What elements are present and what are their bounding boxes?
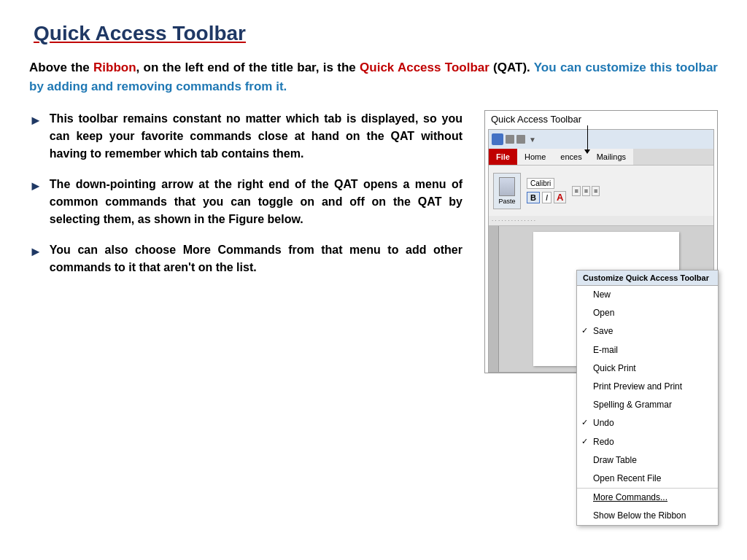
qat-dropdown-arrow[interactable]: ▼ bbox=[529, 136, 536, 144]
ribbon-content: Paste Calibri B I A ≡ ≡ ≡ bbox=[489, 165, 713, 216]
font-format-row: B I A bbox=[527, 191, 566, 203]
bullet-list: ► This toolbar remains constant no matte… bbox=[29, 110, 462, 289]
paragraph-group: ≡ ≡ ≡ bbox=[572, 186, 600, 196]
page-title: Quick Access Toolbar bbox=[29, 22, 718, 45]
menu-item-new[interactable]: New bbox=[577, 286, 718, 304]
italic-button[interactable]: I bbox=[542, 192, 551, 203]
paste-label: Paste bbox=[498, 198, 515, 205]
align-left[interactable]: ≡ bbox=[572, 186, 580, 196]
menu-item-open[interactable]: Open bbox=[577, 304, 718, 322]
menu-item-more-commands[interactable]: More Commands... bbox=[577, 488, 718, 507]
arrow-head bbox=[584, 149, 590, 154]
font-name-box[interactable]: Calibri bbox=[527, 178, 554, 189]
tab-mailings[interactable]: Mailings bbox=[589, 149, 633, 165]
font-color-button[interactable]: A bbox=[554, 191, 566, 203]
bullet-item-1: ► This toolbar remains constant no matte… bbox=[29, 110, 462, 163]
align-right[interactable]: ≡ bbox=[592, 186, 600, 196]
content-area: ► This toolbar remains constant no matte… bbox=[29, 110, 718, 373]
undo-icon bbox=[516, 135, 525, 144]
menu-item-quick-print[interactable]: Quick Print bbox=[577, 359, 718, 378]
bullet-arrow-1: ► bbox=[29, 111, 42, 131]
menu-item-redo[interactable]: Redo bbox=[577, 433, 718, 451]
tab-file[interactable]: File bbox=[489, 149, 517, 165]
document-area-wrapper: Customize Quick Access Toolbar New Open … bbox=[489, 226, 713, 372]
intro-paragraph: Above the Ribbon, on the left end of the… bbox=[29, 58, 718, 96]
menu-item-show-below[interactable]: Show Below the Ribbon bbox=[577, 507, 718, 525]
menu-item-open-recent[interactable]: Open Recent File bbox=[577, 470, 718, 488]
ribbon-top-bar: ▼ bbox=[489, 130, 713, 149]
intro-part3: (QAT). bbox=[489, 61, 534, 74]
dropdown-header: Customize Quick Access Toolbar bbox=[577, 271, 718, 286]
ribbon-mock: ▼ File Home ences Mailings Paste Calibri bbox=[488, 129, 714, 373]
menu-item-undo[interactable]: Undo bbox=[577, 414, 718, 432]
intro-part1: Above the bbox=[29, 61, 93, 74]
save-icon bbox=[506, 135, 514, 144]
menu-item-print-preview[interactable]: Print Preview and Print bbox=[577, 378, 718, 396]
bullet-arrow-2: ► bbox=[29, 176, 42, 196]
screenshot-mockup: Quick Access Toolbar ▼ File Home ences M… bbox=[484, 110, 718, 373]
menu-item-spelling[interactable]: Spelling & Grammar bbox=[577, 396, 718, 414]
paste-button[interactable]: Paste bbox=[493, 173, 521, 209]
tabs-row: File Home ences Mailings bbox=[489, 149, 713, 165]
font-name-row: Calibri bbox=[527, 178, 566, 189]
ruler-strip: · · · · · · · · · · · · · · bbox=[489, 216, 713, 226]
menu-item-draw-table[interactable]: Draw Table bbox=[577, 451, 718, 470]
font-group: Calibri B I A bbox=[527, 178, 566, 203]
bullet-item-2: ► The down-pointing arrow at the right e… bbox=[29, 176, 462, 228]
ribbon-highlight: Ribbon bbox=[93, 61, 136, 74]
intro-part2: , on the left end of the title bar, is t… bbox=[136, 61, 360, 74]
arrow-line bbox=[587, 125, 588, 151]
bullet-text-3: You can also choose More Commands from t… bbox=[50, 241, 462, 276]
bullet-arrow-3: ► bbox=[29, 242, 42, 262]
bullet-item-3: ► You can also choose More Commands from… bbox=[29, 241, 462, 276]
dropdown-menu: Customize Quick Access Toolbar New Open … bbox=[576, 270, 719, 526]
sidebar-strip bbox=[489, 226, 499, 372]
ruler-marks: · · · · · · · · · · · · · · bbox=[492, 217, 535, 224]
para-align-row: ≡ ≡ ≡ bbox=[572, 186, 600, 196]
paste-icon bbox=[499, 177, 515, 196]
qat-highlight: Quick Access Toolbar bbox=[360, 61, 489, 74]
menu-item-email[interactable]: E-mail bbox=[577, 341, 718, 359]
word-icon bbox=[492, 133, 503, 145]
menu-item-save[interactable]: Save bbox=[577, 322, 718, 341]
bullet-text-2: The down-pointing arrow at the right end… bbox=[50, 176, 462, 228]
tab-home[interactable]: Home bbox=[517, 149, 553, 165]
screenshot-label: Quick Access Toolbar bbox=[485, 111, 717, 125]
bullet-text-1: This toolbar remains constant no matter … bbox=[50, 110, 462, 163]
bold-button[interactable]: B bbox=[527, 192, 540, 203]
align-center[interactable]: ≡ bbox=[582, 186, 590, 196]
